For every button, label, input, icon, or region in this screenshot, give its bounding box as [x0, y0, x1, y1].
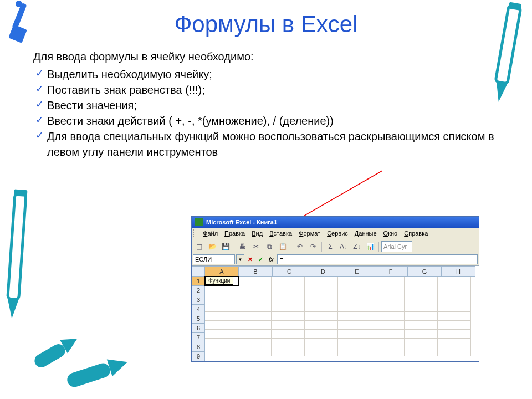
col-header-c[interactable]: C	[273, 266, 306, 277]
cut-icon[interactable]: ✂	[250, 241, 262, 253]
menu-insert[interactable]: Вставка	[269, 230, 292, 237]
cell[interactable]	[438, 321, 471, 330]
cell[interactable]	[371, 321, 405, 330]
col-header-d[interactable]: D	[306, 266, 340, 277]
open-icon[interactable]: 📂	[206, 241, 218, 253]
cell[interactable]	[205, 339, 238, 347]
cell[interactable]	[205, 303, 238, 312]
menu-help[interactable]: Справка	[404, 230, 428, 237]
cell[interactable]	[305, 339, 338, 347]
save-icon[interactable]: 💾	[219, 241, 232, 253]
cell[interactable]	[405, 277, 438, 285]
cell[interactable]	[272, 339, 305, 347]
row-header-7[interactable]: 7	[192, 333, 205, 342]
cell[interactable]	[438, 294, 471, 303]
col-header-a[interactable]: A	[205, 266, 239, 277]
cell[interactable]	[238, 294, 272, 303]
cell[interactable]	[272, 303, 305, 312]
cell[interactable]	[305, 294, 338, 303]
cell[interactable]	[338, 321, 371, 330]
formula-input[interactable]: =	[277, 254, 478, 264]
cell[interactable]	[371, 285, 405, 294]
cell[interactable]	[338, 312, 371, 321]
col-header-f[interactable]: F	[374, 266, 408, 277]
col-header-h[interactable]: H	[442, 266, 475, 277]
cell[interactable]	[205, 321, 238, 330]
cell[interactable]	[205, 330, 238, 339]
cell[interactable]	[238, 303, 272, 312]
row-header-8[interactable]: 8	[192, 342, 205, 352]
col-header-e[interactable]: E	[340, 266, 374, 277]
cell[interactable]	[238, 321, 272, 330]
print-icon[interactable]: 🖶	[237, 241, 249, 253]
cell[interactable]	[405, 330, 438, 339]
cell[interactable]	[405, 285, 438, 294]
cell[interactable]	[305, 347, 338, 356]
cell[interactable]	[238, 277, 272, 285]
cell[interactable]	[305, 285, 338, 294]
cell[interactable]	[305, 303, 338, 312]
cell[interactable]	[371, 347, 405, 356]
row-header-3[interactable]: 3	[192, 295, 205, 305]
sum-icon[interactable]: Σ	[324, 241, 336, 253]
cell[interactable]	[371, 312, 405, 321]
cell[interactable]	[238, 330, 272, 339]
cell[interactable]	[205, 312, 238, 321]
sort-desc-icon[interactable]: Z↓	[351, 241, 363, 253]
cell[interactable]	[338, 294, 371, 303]
menu-view[interactable]: Вид	[252, 230, 263, 237]
menu-format[interactable]: Формат	[299, 230, 320, 237]
cell[interactable]	[205, 347, 238, 356]
cell[interactable]	[272, 347, 305, 356]
paste-icon[interactable]: 📋	[277, 241, 289, 253]
cell[interactable]	[405, 294, 438, 303]
cell[interactable]	[338, 285, 371, 294]
cell[interactable]	[338, 339, 371, 347]
cell[interactable]	[438, 285, 471, 294]
cell[interactable]	[371, 294, 405, 303]
cell[interactable]	[272, 277, 305, 285]
formula-enter-icon[interactable]: ✓	[256, 256, 265, 263]
row-header-4[interactable]: 4	[192, 305, 205, 314]
row-header-5[interactable]: 5	[192, 314, 205, 324]
undo-icon[interactable]: ↶	[294, 241, 306, 253]
row-header-1[interactable]: 1	[192, 277, 205, 286]
cell[interactable]	[205, 294, 238, 303]
cell[interactable]	[405, 321, 438, 330]
new-icon[interactable]: ◫	[193, 241, 205, 253]
cell-grid[interactable]: =	[205, 277, 471, 361]
row-header-6[interactable]: 6	[192, 324, 205, 333]
cell[interactable]	[371, 277, 405, 285]
cell[interactable]	[238, 285, 272, 294]
fx-label-icon[interactable]: fx	[267, 256, 276, 263]
chart-icon[interactable]: 📊	[364, 241, 376, 253]
cell[interactable]	[272, 330, 305, 339]
cell[interactable]	[438, 312, 471, 321]
cell[interactable]	[238, 347, 272, 356]
sort-asc-icon[interactable]: A↓	[337, 241, 350, 253]
cell[interactable]	[371, 339, 405, 347]
cell[interactable]	[305, 330, 338, 339]
cell[interactable]	[438, 303, 471, 312]
cell[interactable]	[338, 330, 371, 339]
cell[interactable]	[238, 339, 272, 347]
menu-data[interactable]: Данные	[355, 230, 377, 237]
cell[interactable]	[338, 303, 371, 312]
cell[interactable]	[238, 312, 272, 321]
cell[interactable]	[405, 303, 438, 312]
cell[interactable]	[338, 347, 371, 356]
cell[interactable]	[438, 347, 471, 356]
cell[interactable]	[205, 285, 238, 294]
cell[interactable]	[272, 321, 305, 330]
cell[interactable]	[272, 294, 305, 303]
cell[interactable]	[305, 321, 338, 330]
col-header-b[interactable]: B	[239, 266, 273, 277]
cell[interactable]	[438, 277, 471, 285]
cell[interactable]	[371, 303, 405, 312]
cell[interactable]	[338, 277, 371, 285]
select-all-corner[interactable]	[192, 266, 205, 277]
menu-window[interactable]: Окно	[383, 230, 398, 237]
name-box-dropdown-icon[interactable]: ▼	[236, 254, 244, 264]
col-header-g[interactable]: G	[408, 266, 442, 277]
cell[interactable]	[371, 330, 405, 339]
